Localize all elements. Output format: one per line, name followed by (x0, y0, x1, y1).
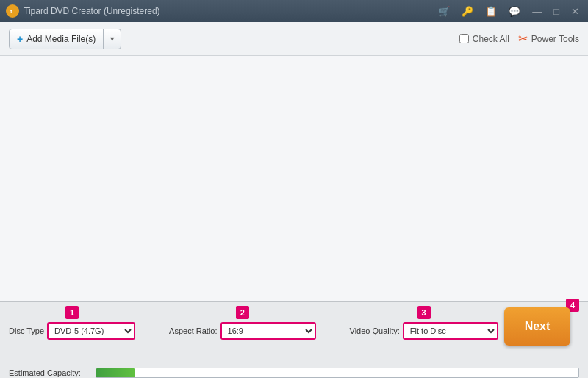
svg-text:t: t (10, 8, 12, 15)
maximize-button[interactable]: □ (551, 4, 562, 18)
app-logo: t (6, 4, 19, 18)
next-button-container: 4 Next (522, 315, 579, 353)
add-media-label: Add Media File(s) (26, 34, 96, 44)
disc-type-select[interactable]: DVD-5 (4.7G) DVD-9 (8.5G) (47, 322, 135, 340)
check-all-label: Check All (473, 34, 509, 44)
disc-type-label: Disc Type (9, 327, 44, 335)
aspect-ratio-group: 2 Aspect Ratio: 16:9 4:3 (169, 322, 315, 340)
annotation-3: 3 (417, 306, 431, 319)
key-icon[interactable]: 🔑 (459, 4, 476, 18)
main-content-area (0, 56, 588, 301)
close-button[interactable]: ✕ (568, 4, 582, 18)
video-quality-group: 3 Video Quality: Fit to Disc High Medium… (350, 322, 498, 340)
power-tools-label: Power Tools (531, 34, 579, 44)
aspect-ratio-label: Aspect Ratio: (169, 327, 217, 335)
capacity-bar: 0.5GB 1GB 1.5GB 2GB 2.5GB 3GB 3.5GB 4GB … (96, 368, 579, 378)
doc-icon[interactable]: 📋 (482, 4, 500, 18)
capacity-row: Estimated Capacity: 0.5GB 1GB 1.5GB 2GB … (0, 368, 588, 378)
minimize-button[interactable]: — (529, 4, 545, 18)
annotation-1: 1 (65, 306, 79, 319)
add-media-dropdown-arrow[interactable]: ▼ (104, 32, 121, 46)
toolbar-right: Check All ✂ Power Tools (459, 32, 579, 46)
add-media-button[interactable]: + Add Media File(s) ▼ (9, 29, 121, 49)
video-quality-label: Video Quality: (350, 327, 400, 335)
toolbar: + Add Media File(s) ▼ Check All ✂ Power … (0, 22, 588, 56)
bottom-panel: 1 Disc Type DVD-5 (4.7G) DVD-9 (8.5G) 2 … (0, 301, 588, 378)
add-media-main[interactable]: + Add Media File(s) (10, 29, 104, 49)
wrench-icon: ✂ (518, 32, 528, 46)
add-icon: + (17, 33, 23, 45)
toolbar-left: + Add Media File(s) ▼ (9, 29, 121, 49)
titlebar-icons: 🛒 🔑 📋 💬 — □ ✕ (435, 4, 582, 18)
annotation-2: 2 (236, 306, 249, 319)
aspect-ratio-select[interactable]: 16:9 4:3 (220, 322, 316, 340)
next-button[interactable]: Next (504, 307, 570, 346)
titlebar: t Tipard DVD Creator (Unregistered) 🛒 🔑 … (0, 0, 588, 22)
check-all-checkbox[interactable] (459, 34, 469, 43)
cart-icon[interactable]: 🛒 (435, 4, 453, 18)
video-quality-select[interactable]: Fit to Disc High Medium Low (403, 322, 498, 340)
disc-type-group: 1 Disc Type DVD-5 (4.7G) DVD-9 (8.5G) (9, 322, 135, 340)
settings-row: 1 Disc Type DVD-5 (4.7G) DVD-9 (8.5G) 2 … (0, 302, 588, 357)
check-all-container: Check All (459, 34, 509, 44)
app-title: Tipard DVD Creator (Unregistered) (24, 6, 435, 16)
chat-icon[interactable]: 💬 (506, 4, 523, 18)
capacity-bar-fill (96, 368, 135, 377)
capacity-label: Estimated Capacity: (9, 368, 90, 377)
power-tools-button[interactable]: ✂ Power Tools (518, 32, 579, 46)
